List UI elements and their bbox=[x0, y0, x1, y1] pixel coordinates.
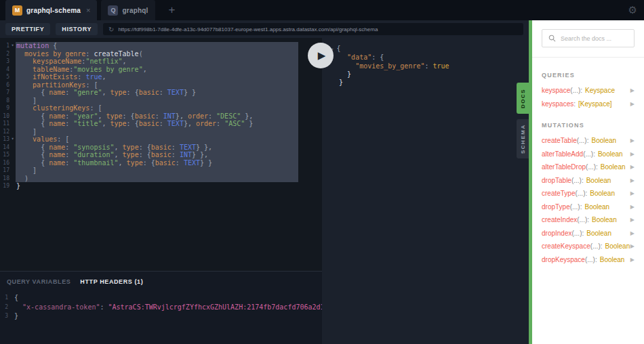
code-token: "AstraCS:TWRvjlcrgfZYfhcxGZhUlAZH:2174fb… bbox=[108, 303, 322, 311]
code-line-content: { name: "year", type: {basic: INT}, orde… bbox=[16, 112, 298, 121]
code-token: "movies_by_genre" bbox=[355, 62, 424, 70]
code-token: , bbox=[115, 151, 123, 158]
close-tab-icon[interactable]: × bbox=[86, 6, 90, 14]
response-line: ▾ { bbox=[331, 45, 529, 53]
docs-side-tab[interactable]: DOCS bbox=[517, 83, 529, 114]
docs-field-name: dropIndex bbox=[542, 230, 571, 237]
endpoint-url-input[interactable] bbox=[118, 26, 518, 33]
line-number: 5 bbox=[0, 73, 9, 81]
code-line: 2 movies_by_genre: createTable( bbox=[0, 50, 322, 58]
docs-item-keyspace[interactable]: keyspace(...):Keyspace▶ bbox=[542, 84, 635, 98]
docs-item-createIndex[interactable]: createIndex(...):Boolean▶ bbox=[542, 213, 635, 227]
docs-item-dropKeyspace[interactable]: dropKeyspace(...):Boolean▶ bbox=[542, 253, 635, 267]
code-line: 17 ] bbox=[0, 167, 322, 175]
execute-button[interactable]: ▶ bbox=[308, 43, 334, 68]
code-token: partitionKeys bbox=[33, 81, 85, 89]
code-token: "data" bbox=[347, 53, 371, 61]
docs-item-alterTableAdd[interactable]: alterTableAdd(...):Boolean▶ bbox=[542, 148, 635, 161]
code-token: : { bbox=[127, 89, 139, 96]
docs-field-type: Keyspace bbox=[585, 87, 615, 94]
code-token bbox=[16, 144, 41, 151]
chevron-right-icon: ▶ bbox=[630, 217, 635, 223]
chevron-right-icon: ▶ bbox=[630, 243, 635, 249]
code-line-content: ] bbox=[16, 97, 298, 105]
code-token: ] bbox=[33, 128, 37, 135]
chevron-right-icon: ▶ bbox=[630, 230, 635, 236]
docs-field-name: alterTableDrop bbox=[542, 163, 586, 171]
docs-field-name: keyspace bbox=[542, 87, 570, 94]
code-token: tableName bbox=[33, 66, 69, 73]
headers-json-line: 3} bbox=[0, 311, 322, 321]
docs-field-args: (...): bbox=[577, 216, 589, 223]
docs-field-type: Boolean bbox=[590, 190, 615, 197]
history-button[interactable]: HISTORY bbox=[56, 23, 98, 35]
chevron-right-icon: ▶ bbox=[630, 87, 635, 93]
line-number: 8 bbox=[0, 97, 9, 105]
new-tab-button[interactable]: + bbox=[159, 0, 185, 20]
docs-item-createKeyspace[interactable]: createKeyspace(...):Boolean▶ bbox=[542, 240, 635, 253]
docs-item-createTable[interactable]: createTable(...):Boolean▶ bbox=[542, 134, 635, 148]
fold-spacer bbox=[9, 104, 16, 112]
code-token: { bbox=[41, 89, 49, 96]
code-token: : bbox=[155, 112, 163, 120]
code-token: true bbox=[433, 62, 449, 70]
code-line: 4 tableName:"movies_by_genre", bbox=[0, 66, 322, 74]
line-number: 3 bbox=[0, 311, 8, 321]
code-line: 1▾mutation { bbox=[0, 42, 322, 50]
code-token: type bbox=[127, 159, 143, 167]
http-headers-tab[interactable]: HTTP HEADERS (1) bbox=[80, 278, 143, 285]
line-number: 17 bbox=[0, 167, 9, 175]
code-token: : bbox=[208, 112, 216, 120]
editor-tab-graphql[interactable]: Qgraphql bbox=[101, 0, 155, 20]
code-line: 18 ) bbox=[0, 175, 322, 183]
line-number: 19 bbox=[0, 182, 9, 190]
docs-field-args: (...): bbox=[570, 203, 582, 211]
chevron-right-icon: ▶ bbox=[630, 151, 635, 157]
code-token: : bbox=[65, 151, 73, 158]
prettify-button[interactable]: PRETTIFY bbox=[5, 23, 50, 35]
docs-section-title: MUTATIONS bbox=[542, 122, 635, 129]
code-token: ] bbox=[33, 97, 37, 104]
docs-item-dropIndex[interactable]: dropIndex(...):Boolean▶ bbox=[542, 227, 635, 240]
code-token bbox=[16, 89, 41, 96]
docs-search-input[interactable] bbox=[561, 35, 628, 42]
docs-field-args: (...): bbox=[571, 230, 584, 237]
fold-spacer bbox=[9, 66, 16, 74]
docs-item-keyspaces[interactable]: keyspaces:[Keyspace]▶ bbox=[542, 98, 635, 111]
docs-field-name: createType bbox=[542, 190, 575, 197]
code-line: 19} bbox=[0, 182, 322, 190]
docs-field-args: (...): bbox=[586, 163, 598, 171]
code-token: basic bbox=[155, 159, 176, 167]
query-editor[interactable]: 1▾mutation {2 movies_by_genre: createTab… bbox=[0, 38, 322, 271]
code-token: mutation bbox=[16, 42, 49, 49]
docs-item-dropType[interactable]: dropType(...):Boolean▶ bbox=[542, 200, 635, 214]
fold-spacer bbox=[9, 81, 16, 89]
fold-arrow-icon[interactable]: ▾ bbox=[9, 135, 16, 144]
docs-field-name: dropTable bbox=[542, 177, 571, 184]
code-token: : bbox=[216, 120, 224, 127]
editor-tab-graphql-schema[interactable]: Mgraphql-schema× bbox=[5, 0, 97, 20]
code-token: } bbox=[331, 79, 343, 86]
docs-item-alterTableDrop[interactable]: alterTableDrop(...):Boolean▶ bbox=[542, 160, 635, 174]
code-token: , bbox=[123, 58, 127, 65]
workspace: PRETTIFY HISTORY ↻ 1▾mutation {2 movies_… bbox=[0, 20, 529, 344]
refresh-icon[interactable]: ↻ bbox=[108, 26, 114, 33]
docs-item-dropTable[interactable]: dropTable(...):Boolean▶ bbox=[542, 174, 635, 188]
code-token: "genre" bbox=[73, 89, 102, 96]
code-line-content: keyspaceName:"netflix", bbox=[16, 58, 298, 66]
docs-item-createType[interactable]: createType(...):Boolean▶ bbox=[542, 187, 635, 200]
code-token: : bbox=[77, 73, 85, 81]
fold-spacer bbox=[9, 128, 16, 136]
query-variables-tab[interactable]: QUERY VARIABLES bbox=[7, 278, 71, 285]
code-token: { bbox=[49, 42, 57, 49]
fold-arrow-icon[interactable]: ▾ bbox=[9, 42, 16, 50]
docs-search-box bbox=[542, 29, 635, 47]
code-line: 8 ] bbox=[0, 97, 322, 105]
fold-spacer bbox=[9, 144, 16, 152]
code-token: } bbox=[14, 312, 18, 320]
code-line-content: { name: "duration", type: {basic: INT} }… bbox=[16, 151, 298, 159]
tab-label: graphql-schema bbox=[26, 7, 81, 14]
settings-gear-icon[interactable]: ⚙ bbox=[628, 4, 637, 16]
schema-side-tab[interactable]: SCHEMA bbox=[517, 119, 529, 158]
operation-type-badge: Q bbox=[108, 5, 118, 16]
